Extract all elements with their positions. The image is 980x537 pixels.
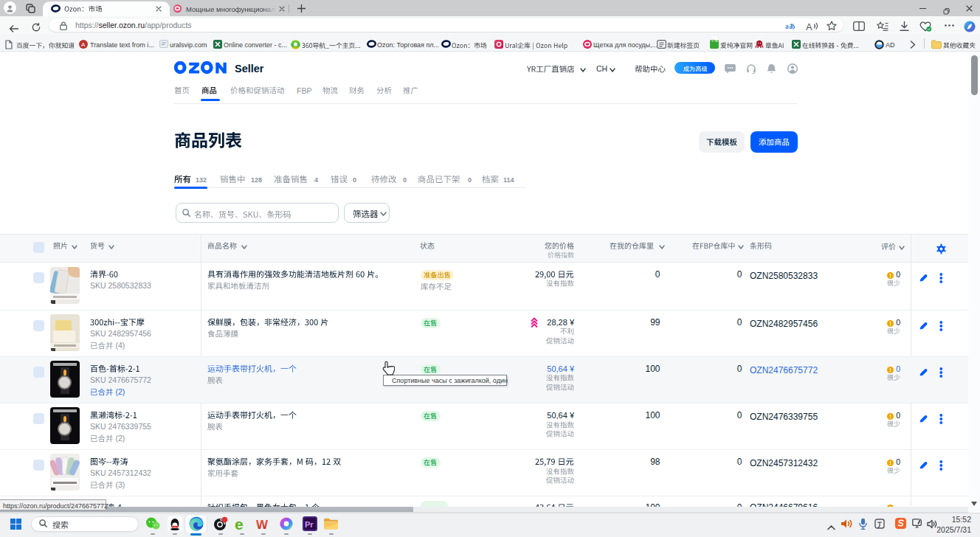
svg-text:W: W [256,518,269,532]
svg-text:A: A [81,41,86,48]
svg-text:A: A [806,21,812,32]
svg-text:Pr: Pr [305,520,314,529]
svg-text:e: e [235,516,244,531]
